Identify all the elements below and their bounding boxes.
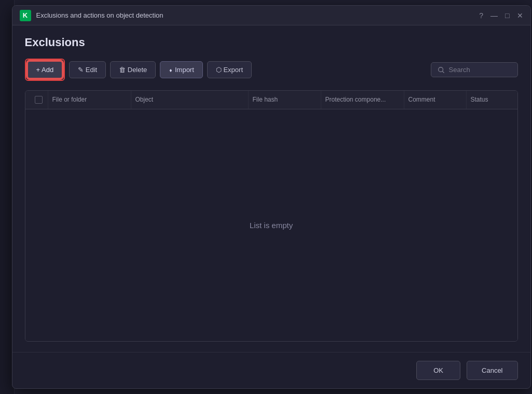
import-button[interactable]: ⬧ Import [160, 61, 202, 78]
dialog: K Exclusions and actions on object detec… [12, 5, 531, 389]
edit-button[interactable]: ✎ Edit [69, 61, 106, 78]
column-header-checkbox [30, 91, 48, 109]
title-bar-left: K Exclusions and actions on object detec… [20, 10, 163, 21]
maximize-icon[interactable]: □ [505, 11, 509, 20]
window-title: Exclusions and actions on object detecti… [36, 11, 163, 19]
window-controls: ? — □ ✕ [479, 11, 523, 20]
select-all-checkbox[interactable] [35, 96, 43, 104]
delete-button[interactable]: 🗑 Delete [110, 61, 156, 78]
table-container: File or folder Object File hash Protecti… [25, 90, 518, 342]
cancel-button[interactable]: Cancel [467, 361, 517, 380]
app-logo: K [20, 10, 31, 21]
empty-list-message: List is empty [250, 221, 293, 230]
column-header-file-hash: File hash [249, 91, 321, 109]
column-header-status: Status [467, 91, 513, 109]
table-body: List is empty [25, 109, 517, 341]
dialog-footer: OK Cancel [12, 352, 530, 388]
logo-letter: K [23, 11, 28, 19]
search-icon [438, 66, 445, 74]
help-icon[interactable]: ? [479, 11, 483, 20]
ok-button[interactable]: OK [416, 361, 460, 380]
search-box [431, 62, 518, 77]
add-button-wrapper: + Add [25, 59, 65, 81]
export-button[interactable]: ⬡ Export [207, 61, 252, 78]
svg-line-1 [442, 71, 444, 73]
column-header-comment: Comment [404, 91, 467, 109]
search-input[interactable] [449, 66, 511, 74]
close-icon[interactable]: ✕ [517, 11, 523, 20]
toolbar: + Add ✎ Edit 🗑 Delete ⬧ Import ⬡ Export [25, 59, 518, 81]
table-header: File or folder Object File hash Protecti… [25, 91, 517, 109]
add-button[interactable]: + Add [27, 61, 63, 79]
title-bar: K Exclusions and actions on object detec… [12, 6, 530, 25]
column-header-file-or-folder: File or folder [48, 91, 131, 109]
page-title: Exclusions [25, 36, 518, 49]
minimize-icon[interactable]: — [490, 11, 498, 20]
column-header-protection-component: Protection compone... [321, 91, 404, 109]
dialog-content: Exclusions + Add ✎ Edit 🗑 Delete ⬧ Impor… [12, 25, 530, 352]
column-header-object: Object [131, 91, 249, 109]
